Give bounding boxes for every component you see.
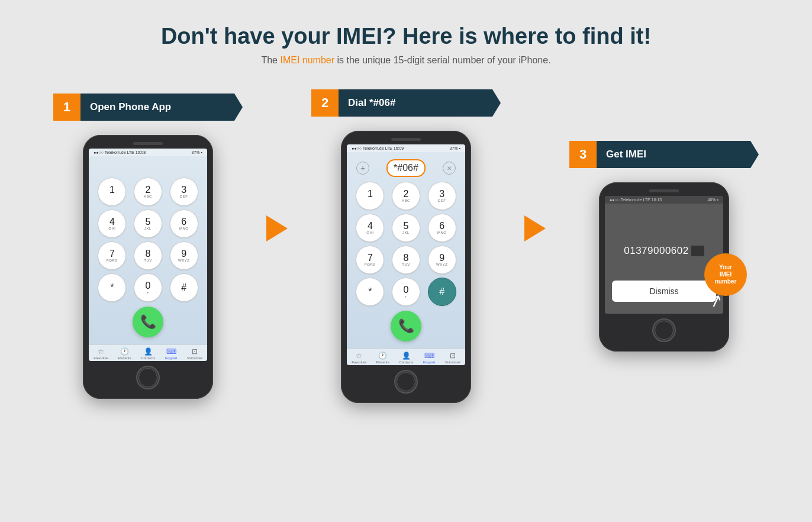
phone-2-dialer: + *#06# ✕ 1 2ABC 3DEF 4GHI 5JKL 6MNO 7PQ…	[347, 152, 465, 349]
phone-3-home-btn	[652, 318, 676, 342]
nav-keypad: ⌨Keypad	[165, 347, 177, 360]
your-imei-badge: YourIMEInumber	[704, 253, 747, 296]
nav-contacts: 👤Contacts	[141, 347, 155, 360]
del-btn: ✕	[443, 162, 456, 175]
imei-cursor	[691, 246, 704, 256]
key2-0: 0+	[392, 278, 420, 306]
phone-2-top-row: + *#06# ✕	[352, 156, 460, 181]
key-4: 4GHI	[98, 210, 126, 238]
nav-favorites: ☆Favorites	[94, 347, 108, 360]
phone-2-notch	[347, 138, 465, 141]
nav-voicemail: ⊡Voicemail	[187, 347, 202, 360]
page-title: Don't have your IMEI? Here is where to f…	[161, 24, 651, 49]
key2-3: 3DEF	[428, 182, 456, 210]
step-3-label: Get IMEI	[597, 141, 759, 168]
step-3-header: 3 Get IMEI	[569, 141, 759, 168]
key2-2: 2ABC	[392, 182, 420, 210]
key2-4: 4GHI	[356, 214, 384, 242]
step-2-label: Dial *#06#	[339, 89, 501, 117]
phone-2-call-btn: 📞	[391, 311, 421, 341]
imei-number: 01379000602	[624, 245, 689, 257]
key-star: *	[98, 273, 126, 302]
step-1-header: 1 Open Phone App	[53, 94, 243, 121]
nav2-contacts: 👤Contacts	[399, 352, 413, 364]
phone-1-call-row: 📞	[94, 303, 202, 340]
phone-1-home-btn	[136, 366, 160, 389]
key2-6: 6MNO	[428, 214, 456, 242]
step-1-label: Open Phone App	[80, 94, 243, 121]
step-1: 1 Open Phone App ●●○○ Telekom.de LTE 16:…	[36, 94, 260, 399]
phone-1-call-btn: 📞	[133, 307, 163, 337]
phone-3-speaker	[649, 189, 679, 192]
key2-1: 1	[356, 182, 384, 210]
step-1-number: 1	[53, 94, 80, 121]
phone-2-keypad: 1 2ABC 3DEF 4GHI 5JKL 6MNO 7PQRS 8TUV 9W…	[352, 181, 460, 307]
step-3-number: 3	[569, 141, 597, 168]
phone-1-screen: ●●○○ Telekom.de LTE 16:08 37% ▪ 1 2ABC 3…	[89, 149, 207, 361]
phone-3-home-btn-inner	[655, 321, 674, 340]
phone-2-status: ●●○○ Telekom.de LTE 16:09 37% ▪	[347, 144, 465, 152]
phone-1-dialer: 1 2ABC 3DEF 4GHI 5JKL 6MNO 7PQRS 8TUV 9W…	[89, 156, 207, 344]
dismiss-button[interactable]: Dismiss	[612, 281, 716, 302]
imei-number-row: 01379000602	[624, 245, 704, 257]
key-7: 7PQRS	[98, 241, 126, 270]
key2-8: 8TUV	[392, 246, 420, 274]
phone-3-notch	[605, 189, 723, 192]
phone-1-notch	[89, 142, 207, 145]
imei-content: 01379000602 Dismiss	[605, 204, 723, 314]
key-hash: #	[170, 273, 198, 302]
nav2-keypad: ⌨Keypad	[423, 352, 435, 364]
key2-hash: #	[428, 278, 456, 306]
phone-3-screen: ●●○○ Telekom.de LTE 16:15 40% ▪ 01379000…	[605, 196, 723, 314]
phone-3-status: ●●○○ Telekom.de LTE 16:15 40% ▪	[605, 196, 723, 204]
key-3: 3DEF	[170, 178, 198, 206]
phone-2-bottom-nav: ☆Favorites 🕐Recents 👤Contacts ⌨Keypad ⊡V…	[347, 349, 465, 365]
step-2-header: 2 Dial *#06#	[311, 89, 501, 117]
phone-2-home-btn	[394, 370, 418, 394]
arrow-1-icon	[266, 215, 288, 241]
arrow-1	[260, 215, 294, 277]
nav2-favorites: ☆Favorites	[352, 352, 366, 364]
key-0: 0+	[134, 273, 162, 302]
phone-2-display: *#06#	[386, 159, 426, 177]
phone-1-display	[94, 160, 202, 176]
step-3: 3 Get IMEI ●●○○ Telekom.de LTE 16:15 40%…	[552, 141, 776, 352]
phone-2: ●●○○ Telekom.de LTE 16:09 37% ▪ + *#06# …	[341, 131, 471, 403]
nav2-recents: 🕐Recents	[376, 352, 389, 364]
phone-1: ●●○○ Telekom.de LTE 16:08 37% ▪ 1 2ABC 3…	[83, 135, 213, 399]
key2-star: *	[356, 278, 384, 306]
phone-1-speaker	[133, 142, 163, 145]
key2-5: 5JKL	[392, 214, 420, 242]
key-1: 1	[98, 178, 126, 206]
add-btn: +	[356, 162, 369, 175]
key-9: 9WXYZ	[170, 241, 198, 270]
key-6: 6MNO	[170, 210, 198, 238]
step-2: 2 Dial *#06# ●●○○ Telekom.de LTE 16:09 3…	[294, 89, 518, 403]
phone-1-keypad: 1 2ABC 3DEF 4GHI 5JKL 6MNO 7PQRS 8TUV 9W…	[94, 176, 202, 303]
key-8: 8TUV	[134, 241, 162, 270]
phone-2-speaker	[391, 138, 421, 141]
phone-2-call-row: 📞	[352, 307, 460, 344]
step-2-number: 2	[311, 89, 339, 117]
step-3-phone-wrapper: ●●○○ Telekom.de LTE 16:15 40% ▪ 01379000…	[599, 182, 729, 352]
steps-container: 1 Open Phone App ●●○○ Telekom.de LTE 16:…	[21, 89, 791, 403]
phone-1-status: ●●○○ Telekom.de LTE 16:08 37% ▪	[89, 149, 207, 156]
page-subtitle: The IMEI number is the unique 15-digit s…	[261, 55, 550, 66]
phone-1-bottom-nav: ☆Favorites 🕐Recents 👤Contacts ⌨Keypad ⊡V…	[89, 344, 207, 361]
phone-1-home-btn-inner	[138, 368, 157, 387]
key2-7: 7PQRS	[356, 246, 384, 274]
key-5: 5JKL	[134, 210, 162, 238]
key-2: 2ABC	[134, 178, 162, 206]
nav2-voicemail: ⊡Voicemail	[445, 352, 460, 364]
arrow-2-icon	[524, 215, 546, 241]
phone-2-screen: ●●○○ Telekom.de LTE 16:09 37% ▪ + *#06# …	[347, 144, 465, 365]
phone-2-home-btn-inner	[397, 372, 415, 391]
arrow-2	[518, 215, 552, 277]
key2-9: 9WXYZ	[428, 246, 456, 274]
nav-recents: 🕐Recents	[118, 347, 131, 360]
